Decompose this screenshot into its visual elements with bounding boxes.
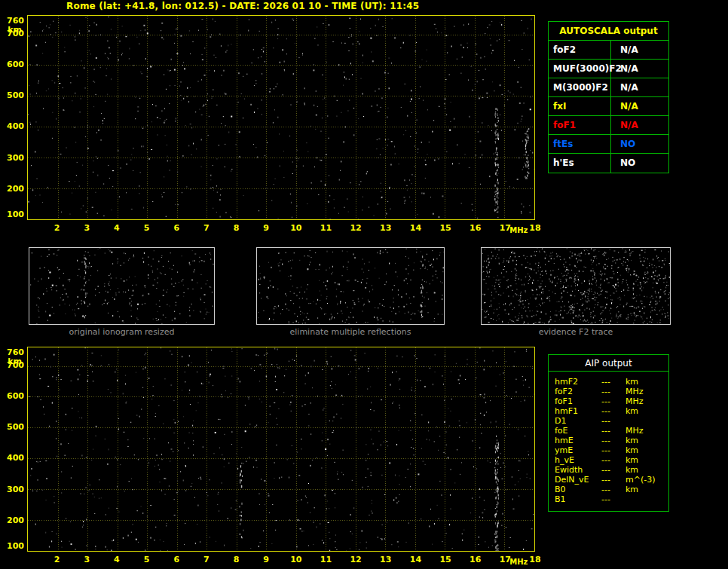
y-tick-label-500: 500 <box>2 92 24 99</box>
aip-param-value: --- <box>601 455 610 465</box>
aip-param-value: --- <box>601 377 610 387</box>
aip-param-name: Ewidth <box>555 465 583 475</box>
aip-row-foF1: foF1---MHz <box>555 396 668 406</box>
aip-row-B1: B1--- <box>555 494 668 504</box>
x-tick-label-18: 18 <box>526 555 544 564</box>
x-axis-unit-label: MHz <box>509 558 528 566</box>
aip-row-hmF1: hmF1---km <box>555 406 668 416</box>
aip-param-unit: km <box>626 436 638 445</box>
aip-param-unit: km <box>626 485 638 494</box>
autoscala-param-label: M(3000)F2 <box>549 78 611 96</box>
x-tick-label-13: 13 <box>377 223 395 233</box>
panel-eliminate-reflections <box>256 247 445 325</box>
panel-original-ionogram <box>29 247 215 325</box>
bottom-ionogram-yaxis: 760km700600500400300200100 <box>2 347 24 552</box>
autoscala-row-ftEs: ftEsNO <box>549 135 668 154</box>
aip-param-name: h_vE <box>555 455 574 465</box>
autoscala-row-M(3000)F2: M(3000)F2N/A <box>549 78 668 97</box>
aip-param-value: --- <box>601 406 610 416</box>
autoscala-row-h'Es: h'EsNO <box>549 154 668 173</box>
aip-param-value: --- <box>601 475 610 485</box>
x-tick-label-11: 11 <box>317 223 335 233</box>
aip-param-value: --- <box>601 396 610 406</box>
y-tick-label-300: 300 <box>2 154 24 162</box>
autoscala-table: AUTOSCALA output foF2N/AMUF(3000)F2N/AM(… <box>548 21 669 173</box>
autoscala-param-label: foF2 <box>549 41 611 59</box>
y-tick-label-700: 700 <box>2 362 24 369</box>
autoscala-table-title: AUTOSCALA output <box>549 22 668 41</box>
x-tick-label-8: 8 <box>228 555 246 564</box>
autoscala-param-value: NO <box>611 154 668 173</box>
aip-param-unit: MHz <box>626 396 644 406</box>
panel-evidence-f2-trace-canvas <box>482 248 670 324</box>
top-ionogram-canvas <box>28 16 534 219</box>
aip-param-value: --- <box>601 494 610 504</box>
x-tick-label-7: 7 <box>197 223 216 233</box>
aip-param-name: hmF2 <box>555 377 578 387</box>
aip-row-hmE: hmE---km <box>555 436 668 445</box>
autoscala-param-value: N/A <box>611 97 668 115</box>
x-tick-label-10: 10 <box>287 555 305 564</box>
x-tick-label-3: 3 <box>78 223 96 233</box>
aip-param-unit: km <box>626 465 638 475</box>
aip-row-DelN_vE: DelN_vE---m^(-3) <box>555 475 668 485</box>
aip-row-B0: B0---km <box>555 485 668 494</box>
aip-param-name: DelN_vE <box>555 475 589 485</box>
page-title: Rome (lat: +41.8, lon: 012.5) - DATE: 20… <box>66 1 419 11</box>
x-tick-label-2: 2 <box>48 223 66 233</box>
aip-param-value: --- <box>601 485 610 494</box>
x-tick-label-16: 16 <box>466 555 485 564</box>
x-tick-label-5: 5 <box>138 223 156 233</box>
autoscala-param-value: N/A <box>611 78 668 96</box>
x-tick-label-4: 4 <box>108 555 126 564</box>
aip-param-name: D1 <box>555 416 566 426</box>
x-tick-label-5: 5 <box>138 555 156 564</box>
x-tick-label-11: 11 <box>317 555 335 564</box>
x-tick-label-6: 6 <box>167 555 185 564</box>
aip-param-name: B1 <box>555 494 566 504</box>
x-tick-label-18: 18 <box>526 223 544 233</box>
x-tick-label-15: 15 <box>436 223 454 233</box>
x-tick-label-15: 15 <box>436 555 454 564</box>
aip-param-unit: MHz <box>626 426 644 436</box>
aip-row-ymE: ymE---km <box>555 445 668 455</box>
panel-eliminate-reflections-caption: eliminate multiple reflections <box>256 327 445 337</box>
aip-param-unit: km <box>626 455 638 465</box>
x-tick-label-12: 12 <box>347 555 365 564</box>
autoscala-row-foF2: foF2N/A <box>549 41 668 60</box>
aip-param-name: hmF1 <box>555 406 578 416</box>
bottom-ionogram-canvas <box>28 347 534 551</box>
autoscala-param-label: fxI <box>549 97 611 115</box>
top-ionogram-xaxis: 23456789101112131415161718MHz <box>27 222 535 235</box>
aip-param-unit: km <box>626 445 638 455</box>
autoscala-param-label: MUF(3000)F2 <box>549 60 611 78</box>
y-tick-label-600: 600 <box>2 61 24 69</box>
aip-param-unit: km <box>626 377 638 387</box>
y-tick-label-200: 200 <box>2 185 24 193</box>
x-tick-label-2: 2 <box>48 555 66 564</box>
y-tick-label-300: 300 <box>2 486 24 494</box>
x-tick-label-8: 8 <box>228 223 246 233</box>
aip-row-hmF2: hmF2---km <box>555 377 668 387</box>
aip-param-name: foE <box>555 426 568 436</box>
aip-table: AIP output hmF2---kmfoF2---MHzfoF1---MHz… <box>548 354 669 512</box>
x-tick-label-3: 3 <box>78 555 96 564</box>
autoscala-screen: { "title": "Rome (lat: +41.8, lon: 012.5… <box>0 0 728 569</box>
autoscala-row-fxI: fxIN/A <box>549 97 668 116</box>
autoscala-param-value: N/A <box>611 60 668 78</box>
x-tick-label-13: 13 <box>377 555 395 564</box>
panel-evidence-f2-trace-caption: evidence F2 trace <box>481 327 671 337</box>
aip-param-name: ymE <box>555 445 573 455</box>
x-tick-label-10: 10 <box>287 223 305 233</box>
y-tick-label-600: 600 <box>2 393 24 400</box>
bottom-ionogram-plot <box>27 347 535 552</box>
x-tick-label-14: 14 <box>406 555 424 564</box>
y-tick-label-200: 200 <box>2 517 24 525</box>
autoscala-param-value: N/A <box>611 116 668 134</box>
aip-param-name: foF1 <box>555 396 573 406</box>
autoscala-param-value: N/A <box>611 41 668 59</box>
top-ionogram-yaxis: 760km700600500400300200100 <box>2 15 24 220</box>
aip-param-value: --- <box>601 436 610 445</box>
aip-param-name: foF2 <box>555 387 573 396</box>
aip-param-name: hmE <box>555 436 574 445</box>
